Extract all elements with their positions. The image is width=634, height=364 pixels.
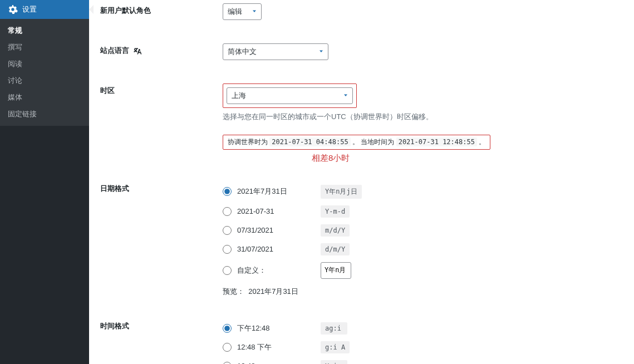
- sidebar-item-discussion[interactable]: 讨论: [0, 72, 89, 89]
- label-timezone: 时区: [100, 83, 223, 164]
- sidebar-menu-settings[interactable]: 设置: [0, 0, 89, 19]
- time-format-radio-2[interactable]: [223, 362, 232, 365]
- date-format-code-0: Y年n月j日: [321, 185, 362, 199]
- select-new-user-role[interactable]: 编辑: [223, 3, 262, 20]
- date-format-custom-input[interactable]: [321, 262, 351, 279]
- time-format-code-0: ag:i: [321, 322, 347, 335]
- sidebar-menu-settings-label: 设置: [22, 4, 37, 14]
- date-format-preview-value: 2021年7月31日: [248, 287, 298, 296]
- sidebar-item-writing[interactable]: 撰写: [0, 39, 89, 56]
- local-label: 当地时间为: [361, 138, 394, 146]
- time-format-option-0[interactable]: 下午12:48: [237, 323, 315, 333]
- gear-icon: [8, 4, 18, 14]
- date-format-radio-0[interactable]: [223, 187, 232, 196]
- date-format-radio-3[interactable]: [223, 245, 232, 254]
- chevron-down-icon: [251, 8, 258, 16]
- label-site-language-text: 站点语言: [100, 46, 129, 55]
- sep2: 。: [479, 138, 485, 146]
- chevron-down-icon: [318, 48, 325, 56]
- select-new-user-role-value: 编辑: [228, 7, 242, 17]
- date-format-code-2: m/d/Y: [321, 224, 350, 237]
- select-site-language[interactable]: 简体中文: [223, 43, 328, 60]
- utc-label: 协调世界时为: [228, 138, 268, 146]
- date-format-custom-label[interactable]: 自定义：: [237, 265, 315, 276]
- select-site-language-value: 简体中文: [228, 47, 257, 57]
- date-format-option-0[interactable]: 2021年7月31日: [237, 186, 315, 196]
- time-format-option-2[interactable]: 12:48: [237, 362, 315, 364]
- time-format-radio-1[interactable]: [223, 343, 232, 352]
- sidebar-item-general[interactable]: 常规: [0, 22, 89, 39]
- admin-sidebar: 设置 常规 撰写 阅读 讨论 媒体 固定链接: [0, 0, 89, 364]
- main-content: 新用户默认角色 编辑 站点语言 简体中文: [89, 0, 634, 364]
- sidebar-item-permalinks[interactable]: 固定链接: [0, 106, 89, 122]
- date-format-option-3[interactable]: 31/07/2021: [237, 245, 315, 253]
- select-timezone-value: 上海: [232, 91, 246, 101]
- time-format-option-1[interactable]: 12:48 下午: [237, 342, 315, 352]
- timezone-annotation: 相差8小时: [312, 153, 623, 164]
- time-format-radio-0[interactable]: [223, 324, 232, 333]
- date-format-radio-2[interactable]: [223, 226, 232, 235]
- label-time-format: 时间格式: [100, 319, 223, 365]
- date-format-preview-label: 预览：: [223, 287, 244, 296]
- label-new-user-role: 新用户默认角色: [100, 3, 223, 20]
- date-format-radio-1[interactable]: [223, 207, 232, 216]
- translate-icon: [134, 47, 142, 56]
- sidebar-submenu: 常规 撰写 阅读 讨论 媒体 固定链接: [0, 19, 89, 126]
- date-format-option-2[interactable]: 07/31/2021: [237, 226, 315, 234]
- date-format-preview: 预览： 2021年7月31日: [223, 287, 623, 297]
- timezone-highlight-box: 上海: [223, 83, 357, 108]
- time-format-code-1: g:i A: [321, 341, 350, 353]
- utc-time: 2021-07-31 04:48:55: [269, 137, 350, 146]
- date-format-code-3: d/m/Y: [321, 243, 350, 255]
- chevron-down-icon: [342, 92, 349, 100]
- select-timezone[interactable]: 上海: [227, 87, 353, 104]
- local-time: 2021-07-31 12:48:55: [396, 137, 477, 146]
- sidebar-item-reading[interactable]: 阅读: [0, 56, 89, 72]
- date-format-option-1[interactable]: 2021-07-31: [237, 207, 315, 215]
- label-date-format: 日期格式: [100, 181, 223, 297]
- time-format-code-2: H:i: [321, 360, 347, 365]
- timezone-info-box: 协调世界时为 2021-07-31 04:48:55 。 当地时间为 2021-…: [223, 135, 490, 150]
- label-site-language: 站点语言: [100, 43, 223, 60]
- date-format-code-1: Y-m-d: [321, 205, 350, 218]
- date-format-radio-custom[interactable]: [223, 266, 232, 275]
- timezone-help: 选择与您在同一时区的城市或一个UTC（协调世界时）时区偏移。: [223, 111, 623, 122]
- sep1: 。: [352, 138, 361, 146]
- sidebar-item-media[interactable]: 媒体: [0, 89, 89, 106]
